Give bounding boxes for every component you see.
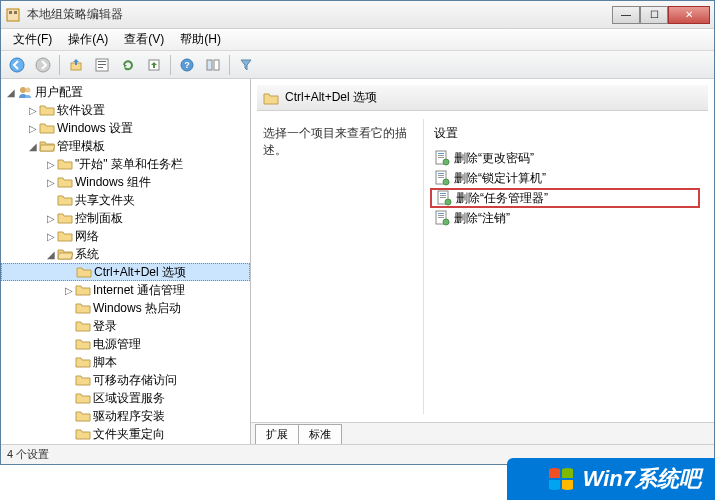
tree-item[interactable]: 驱动程序安装 — [1, 407, 250, 425]
minimize-button[interactable]: — — [612, 6, 640, 24]
tree-item[interactable]: ▷Windows 设置 — [1, 119, 250, 137]
show-hide-button[interactable] — [201, 54, 225, 76]
tree-label: "开始" 菜单和任务栏 — [75, 156, 183, 173]
tree-root-user-config[interactable]: ◢ 用户配置 — [1, 83, 250, 101]
menu-file[interactable]: 文件(F) — [5, 29, 60, 50]
tree-label: 共享文件夹 — [75, 192, 135, 209]
tree-item[interactable]: ▷软件设置 — [1, 101, 250, 119]
toolbar-separator — [59, 55, 60, 75]
tree-label: 软件设置 — [57, 102, 105, 119]
tree-item[interactable]: 电源管理 — [1, 335, 250, 353]
window-controls: — ☐ ✕ — [612, 6, 710, 24]
tree-toggle-icon[interactable]: ▷ — [45, 159, 57, 170]
svg-rect-9 — [98, 67, 103, 68]
svg-point-16 — [26, 88, 31, 93]
setting-item[interactable]: 删除“锁定计算机” — [430, 168, 700, 188]
properties-button[interactable] — [90, 54, 114, 76]
description-column: 选择一个项目来查看它的描述。 — [259, 119, 424, 414]
close-button[interactable]: ✕ — [668, 6, 710, 24]
tab-extended[interactable]: 扩展 — [255, 424, 299, 444]
tree-toggle-icon[interactable]: ◢ — [27, 141, 39, 152]
tree-item[interactable]: ▷网络 — [1, 227, 250, 245]
folder-icon — [75, 427, 91, 441]
policy-icon — [434, 210, 450, 226]
windows-logo-icon — [547, 465, 575, 493]
tree-item[interactable]: ▷"开始" 菜单和任务栏 — [1, 155, 250, 173]
svg-rect-35 — [438, 217, 444, 218]
tree-toggle-icon[interactable]: ▷ — [45, 231, 57, 242]
tree-item[interactable]: 登录 — [1, 317, 250, 335]
tree-item[interactable]: Ctrl+Alt+Del 选项 — [1, 263, 250, 281]
svg-rect-14 — [214, 60, 219, 70]
tree-label: 控制面板 — [75, 210, 123, 227]
toolbar: ? — [1, 51, 714, 79]
menu-help[interactable]: 帮助(H) — [172, 29, 229, 50]
folder-icon — [76, 265, 92, 279]
tree-toggle-icon[interactable]: ◢ — [45, 249, 57, 260]
status-text: 4 个设置 — [7, 448, 49, 460]
folder-icon — [75, 337, 91, 351]
tab-standard[interactable]: 标准 — [298, 424, 342, 444]
svg-rect-34 — [438, 215, 444, 216]
app-window: 本地组策略编辑器 — ☐ ✕ 文件(F) 操作(A) 查看(V) 帮助(H) ?… — [0, 0, 715, 465]
up-button[interactable] — [64, 54, 88, 76]
tree-item[interactable]: 区域设置服务 — [1, 389, 250, 407]
tree-item[interactable]: 可移动存储访问 — [1, 371, 250, 389]
svg-point-36 — [443, 219, 449, 225]
setting-label: 删除“锁定计算机” — [454, 170, 546, 187]
tree-toggle-icon[interactable]: ▷ — [45, 177, 57, 188]
folder-icon — [57, 175, 73, 189]
svg-rect-20 — [438, 157, 444, 158]
menu-view[interactable]: 查看(V) — [116, 29, 172, 50]
tree-label: 管理模板 — [57, 138, 105, 155]
svg-rect-2 — [14, 11, 17, 14]
tree-item[interactable]: 脚本 — [1, 353, 250, 371]
setting-item[interactable]: 删除“更改密码” — [430, 148, 700, 168]
svg-rect-29 — [440, 195, 446, 196]
forward-button[interactable] — [31, 54, 55, 76]
window-title: 本地组策略编辑器 — [27, 6, 612, 23]
tree-label: Ctrl+Alt+Del 选项 — [94, 264, 186, 281]
setting-item[interactable]: 删除“任务管理器” — [430, 188, 700, 208]
tree-label: 文件夹重定向 — [93, 426, 165, 443]
tree-toggle-icon[interactable]: ▷ — [27, 105, 39, 116]
tree-item[interactable]: 共享文件夹 — [1, 191, 250, 209]
maximize-button[interactable]: ☐ — [640, 6, 668, 24]
tree-label: 网络 — [75, 228, 99, 245]
tree-item[interactable]: Windows 热启动 — [1, 299, 250, 317]
details-header: Ctrl+Alt+Del 选项 — [257, 85, 708, 111]
folder-icon — [75, 319, 91, 333]
tree-toggle-icon[interactable]: ▷ — [45, 213, 57, 224]
tree-item[interactable]: ◢系统 — [1, 245, 250, 263]
tree-label: 驱动程序安装 — [93, 408, 165, 425]
setting-item[interactable]: 删除“注销” — [430, 208, 700, 228]
setting-label: 删除“任务管理器” — [456, 190, 548, 207]
help-button[interactable]: ? — [175, 54, 199, 76]
app-icon — [5, 7, 21, 23]
refresh-button[interactable] — [116, 54, 140, 76]
titlebar: 本地组策略编辑器 — ☐ ✕ — [1, 1, 714, 29]
back-button[interactable] — [5, 54, 29, 76]
tree-item[interactable]: ▷Internet 通信管理 — [1, 281, 250, 299]
folder-icon — [39, 103, 55, 117]
export-button[interactable] — [142, 54, 166, 76]
tree-item[interactable]: ▷控制面板 — [1, 209, 250, 227]
menu-action[interactable]: 操作(A) — [60, 29, 116, 50]
folder-icon — [75, 409, 91, 423]
folder-icon — [39, 121, 55, 135]
svg-rect-19 — [438, 155, 444, 156]
svg-text:?: ? — [184, 60, 190, 70]
description-text: 选择一个项目来查看它的描述。 — [263, 126, 407, 157]
collapse-icon[interactable]: ◢ — [5, 87, 17, 98]
tree-toggle-icon[interactable]: ▷ — [63, 285, 75, 296]
tree-item[interactable]: ▷Windows 组件 — [1, 173, 250, 191]
settings-header[interactable]: 设置 — [430, 123, 700, 148]
details-panel: Ctrl+Alt+Del 选项 选择一个项目来查看它的描述。 设置 删除“更改密… — [251, 79, 714, 444]
tree-item[interactable]: 文件夹重定向 — [1, 425, 250, 443]
tree-item[interactable]: ◢管理模板 — [1, 137, 250, 155]
svg-rect-1 — [9, 11, 12, 14]
filter-button[interactable] — [234, 54, 258, 76]
tree-panel[interactable]: ◢ 用户配置 ▷软件设置▷Windows 设置◢管理模板▷"开始" 菜单和任务栏… — [1, 79, 251, 444]
tree-toggle-icon[interactable]: ▷ — [27, 123, 39, 134]
svg-point-26 — [443, 179, 449, 185]
